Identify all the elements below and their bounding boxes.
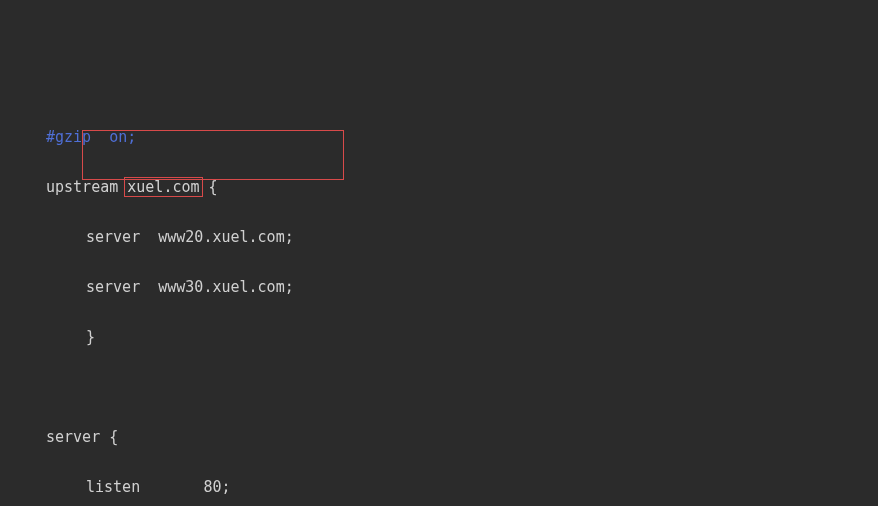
line-1: #gzip on; (0, 125, 878, 150)
upstream-server-1: server www20.xuel.com; (86, 228, 294, 246)
code-block: #gzip on; upstream xuel.com { server www… (0, 100, 878, 506)
line-3: server www20.xuel.com; (0, 225, 878, 250)
line-4: server www30.xuel.com; (0, 275, 878, 300)
line-6: server { (0, 425, 878, 450)
line-blank-1 (0, 375, 878, 400)
line-7: listen 80; (0, 475, 878, 500)
comment-gzip: #gzip on; (46, 128, 136, 146)
upstream-server-2: server www30.xuel.com; (86, 278, 294, 296)
upstream-name: xuel.com (124, 177, 202, 197)
line-2: upstream xuel.com { (0, 175, 878, 200)
line-5: } (0, 325, 878, 350)
